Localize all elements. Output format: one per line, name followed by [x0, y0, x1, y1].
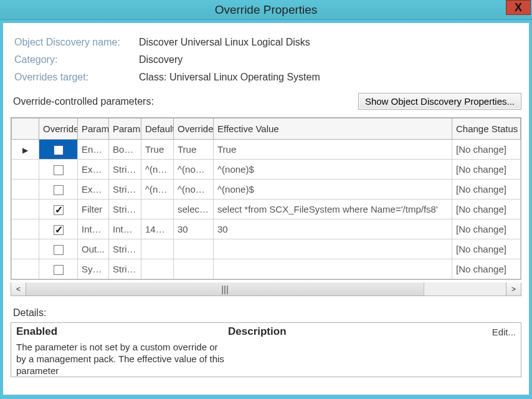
override-checkbox-cell[interactable]: [39, 219, 78, 239]
col-parameter-name[interactable]: Paramε: [78, 118, 109, 140]
change-status-cell[interactable]: [No change]: [452, 259, 521, 279]
col-parameter-type[interactable]: Paramε: [109, 118, 141, 140]
col-override-value[interactable]: Override: [174, 118, 214, 140]
scroll-right-button[interactable]: >: [506, 282, 521, 296]
override-value-cell[interactable]: True: [174, 140, 214, 160]
override-value-cell[interactable]: select *f...: [174, 200, 214, 219]
details-header: Enabled Description Edit...: [16, 325, 516, 338]
scroll-left-button[interactable]: <: [11, 282, 26, 296]
row-indicator-cell[interactable]: [12, 219, 39, 239]
scroll-thumb[interactable]: |||: [26, 282, 424, 296]
parameter-name-cell[interactable]: Filter: [78, 200, 109, 219]
override-checkbox-cell[interactable]: [39, 259, 78, 279]
default-value-cell[interactable]: [141, 200, 174, 219]
change-status-cell[interactable]: [No change]: [452, 200, 521, 219]
col-default-value[interactable]: Default: [141, 118, 174, 140]
overrides-target-label: Overrides target:: [14, 72, 139, 83]
override-checkbox[interactable]: [54, 145, 64, 155]
parameter-type-cell[interactable]: String: [109, 239, 141, 259]
effective-value-cell[interactable]: 30: [214, 219, 452, 239]
override-checkbox-cell[interactable]: [39, 140, 78, 160]
overrides-target-value: Class: Universal Linux Operating System: [139, 72, 518, 83]
table-row[interactable]: Inter...Integer144003030[No change]: [12, 219, 521, 239]
change-status-cell[interactable]: [No change]: [452, 239, 521, 259]
col-change-status[interactable]: Change Status: [452, 118, 521, 140]
override-checkbox-cell[interactable]: [39, 180, 78, 200]
parameters-table-wrap: Override Paramε Paramε Default Override …: [11, 117, 521, 280]
row-indicator-cell[interactable]: [12, 160, 39, 180]
table-row[interactable]: Ena...Bool...TrueTrueTrue[No change]: [12, 140, 521, 160]
override-value-cell[interactable]: ^(none)$: [174, 160, 214, 180]
dialog-body: Object Discovery name: Discover Universa…: [2, 22, 530, 396]
parameter-name-cell[interactable]: Excl...: [78, 180, 109, 200]
override-checkbox-cell[interactable]: [39, 239, 78, 259]
parameter-type-cell[interactable]: String: [109, 259, 141, 279]
override-value-cell[interactable]: [174, 259, 214, 279]
override-checkbox[interactable]: [54, 225, 64, 235]
effective-value-cell[interactable]: [214, 239, 452, 259]
change-status-cell[interactable]: [No change]: [452, 160, 521, 180]
show-object-discovery-properties-button[interactable]: Show Object Discovery Properties...: [358, 93, 521, 110]
override-checkbox[interactable]: [54, 185, 64, 195]
parameter-type-cell[interactable]: Integer: [109, 219, 141, 239]
default-value-cell[interactable]: True: [141, 140, 174, 160]
default-value-cell[interactable]: ^(no...: [141, 180, 174, 200]
effective-value-cell[interactable]: ^(none)$: [214, 180, 452, 200]
category-label: Category:: [14, 54, 139, 65]
chevron-right-icon: >: [511, 285, 516, 294]
scroll-track[interactable]: |||: [26, 282, 506, 296]
effective-value-cell[interactable]: ^(none)$: [214, 160, 452, 180]
table-row[interactable]: Excl...String^(no...^(none)$^(none)$[No …: [12, 180, 521, 200]
parameter-name-cell[interactable]: Syn...: [78, 259, 109, 279]
default-value-cell[interactable]: [141, 259, 174, 279]
parameter-name-cell[interactable]: Out...: [78, 239, 109, 259]
row-indicator-cell[interactable]: [12, 239, 39, 259]
discovery-name-label: Object Discovery name:: [14, 37, 139, 48]
row-indicator-cell[interactable]: [12, 140, 39, 160]
horizontal-scrollbar[interactable]: < ||| >: [11, 282, 521, 296]
effective-value-cell[interactable]: select *from SCX_FileSystem where Name='…: [214, 200, 452, 219]
col-effective-value[interactable]: Effective Value: [214, 118, 452, 140]
parameter-name-cell[interactable]: Ena...: [78, 140, 109, 160]
details-section-label: Details:: [13, 307, 521, 319]
default-value-cell[interactable]: ^(no...: [141, 160, 174, 180]
override-checkbox[interactable]: [54, 245, 64, 255]
table-header-row: Override Paramε Paramε Default Override …: [12, 118, 521, 140]
parameter-type-cell[interactable]: String: [109, 160, 141, 180]
table-row[interactable]: FilterStringselect *f...select *from SCX…: [12, 200, 521, 219]
details-edit-link[interactable]: Edit...: [492, 327, 516, 337]
parameter-type-cell[interactable]: String: [109, 180, 141, 200]
table-row[interactable]: Syn...String[No change]: [12, 259, 521, 279]
parameter-type-cell[interactable]: String: [109, 200, 141, 219]
table-row[interactable]: Excl...String^(no...^(none)$^(none)$[No …: [12, 160, 521, 180]
effective-value-cell[interactable]: [214, 259, 452, 279]
override-checkbox[interactable]: [54, 205, 64, 215]
default-value-cell[interactable]: 14400: [141, 219, 174, 239]
parameters-table: Override Paramε Paramε Default Override …: [11, 118, 521, 279]
default-value-cell[interactable]: [141, 239, 174, 259]
parameter-name-cell[interactable]: Excl...: [78, 160, 109, 180]
col-override[interactable]: Override: [39, 118, 78, 140]
override-checkbox[interactable]: [54, 265, 64, 275]
row-indicator-cell[interactable]: [12, 200, 39, 219]
override-value-cell[interactable]: [174, 239, 214, 259]
override-checkbox-cell[interactable]: [39, 200, 78, 219]
row-indicator-cell[interactable]: [12, 180, 39, 200]
override-value-cell[interactable]: 30: [174, 219, 214, 239]
col-rowselector[interactable]: [12, 118, 39, 140]
change-status-cell[interactable]: [No change]: [452, 180, 521, 200]
table-row[interactable]: Out...String[No change]: [12, 239, 521, 259]
row-indicator-cell[interactable]: [12, 259, 39, 279]
effective-value-cell[interactable]: True: [214, 140, 452, 160]
override-value-cell[interactable]: ^(none)$: [174, 180, 214, 200]
parameter-type-cell[interactable]: Bool...: [109, 140, 141, 160]
override-checkbox[interactable]: [54, 165, 64, 175]
close-icon: X: [515, 1, 522, 14]
change-status-cell[interactable]: [No change]: [452, 140, 521, 160]
change-status-cell[interactable]: [No change]: [452, 219, 521, 239]
current-row-icon: [22, 144, 28, 155]
parameter-name-cell[interactable]: Inter...: [78, 219, 109, 239]
override-checkbox-cell[interactable]: [39, 160, 78, 180]
close-button[interactable]: X: [506, 0, 531, 15]
parameters-section-label: Override-controlled parameters:: [13, 96, 154, 107]
